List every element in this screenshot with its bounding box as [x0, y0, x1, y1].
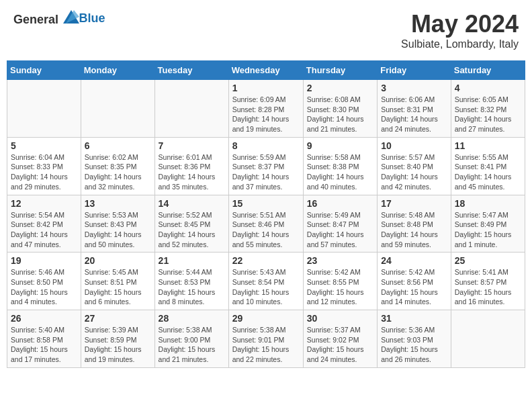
calendar-cell — [451, 310, 525, 368]
day-info: Sunrise: 6:01 AM Sunset: 8:36 PM Dayligh… — [159, 152, 225, 192]
calendar-cell: 26Sunrise: 5:40 AM Sunset: 8:58 PM Dayli… — [7, 310, 81, 368]
day-number: 18 — [455, 198, 521, 209]
day-number: 1 — [232, 83, 300, 93]
calendar-cell: 1Sunrise: 6:09 AM Sunset: 8:28 PM Daylig… — [228, 80, 303, 138]
calendar-cell: 5Sunrise: 6:04 AM Sunset: 8:33 PM Daylig… — [7, 137, 81, 195]
day-info: Sunrise: 6:08 AM Sunset: 8:30 PM Dayligh… — [307, 95, 373, 134]
day-info: Sunrise: 5:45 AM Sunset: 8:51 PM Dayligh… — [85, 267, 151, 307]
day-info: Sunrise: 5:38 AM Sunset: 9:01 PM Dayligh… — [232, 325, 300, 365]
calendar-cell — [154, 80, 228, 138]
day-number: 19 — [11, 255, 77, 266]
day-info: Sunrise: 5:52 AM Sunset: 8:45 PM Dayligh… — [159, 210, 225, 250]
day-number: 27 — [85, 313, 151, 324]
day-number: 4 — [455, 83, 521, 93]
day-number: 16 — [307, 198, 373, 209]
day-info: Sunrise: 5:51 AM Sunset: 8:46 PM Dayligh… — [232, 210, 300, 250]
calendar-cell: 3Sunrise: 6:06 AM Sunset: 8:31 PM Daylig… — [378, 80, 451, 138]
day-info: Sunrise: 5:57 AM Sunset: 8:40 PM Dayligh… — [381, 152, 447, 192]
calendar-cell — [7, 80, 81, 138]
calendar-cell: 18Sunrise: 5:47 AM Sunset: 8:49 PM Dayli… — [451, 195, 525, 253]
day-number: 21 — [159, 255, 225, 266]
day-info: Sunrise: 5:47 AM Sunset: 8:49 PM Dayligh… — [455, 210, 521, 250]
calendar-cell: 22Sunrise: 5:43 AM Sunset: 8:54 PM Dayli… — [228, 253, 303, 310]
day-info: Sunrise: 5:40 AM Sunset: 8:58 PM Dayligh… — [11, 325, 77, 365]
logo-general: General — [13, 13, 58, 26]
month-title: May 2024 — [401, 10, 519, 38]
calendar-cell: 9Sunrise: 5:58 AM Sunset: 8:38 PM Daylig… — [303, 137, 377, 195]
calendar-week-4: 19Sunrise: 5:46 AM Sunset: 8:50 PM Dayli… — [7, 253, 525, 310]
day-info: Sunrise: 5:42 AM Sunset: 8:55 PM Dayligh… — [307, 267, 373, 307]
calendar-week-1: 1Sunrise: 6:09 AM Sunset: 8:28 PM Daylig… — [7, 80, 525, 138]
day-info: Sunrise: 6:05 AM Sunset: 8:32 PM Dayligh… — [455, 95, 521, 134]
calendar-cell: 23Sunrise: 5:42 AM Sunset: 8:55 PM Dayli… — [303, 253, 377, 310]
calendar-cell: 8Sunrise: 5:59 AM Sunset: 8:37 PM Daylig… — [228, 137, 303, 195]
day-header-sunday: Sunday — [7, 61, 81, 80]
day-header-friday: Friday — [378, 61, 451, 80]
calendar-cell: 20Sunrise: 5:45 AM Sunset: 8:51 PM Dayli… — [81, 253, 154, 310]
day-number: 6 — [85, 140, 151, 151]
day-number: 12 — [11, 198, 77, 209]
day-number: 7 — [159, 140, 225, 151]
location: Sulbiate, Lombardy, Italy — [401, 38, 519, 50]
calendar-header-row: SundayMondayTuesdayWednesdayThursdayFrid… — [7, 61, 525, 80]
day-number: 28 — [159, 313, 225, 324]
calendar-cell: 4Sunrise: 6:05 AM Sunset: 8:32 PM Daylig… — [451, 80, 525, 138]
day-number: 20 — [85, 255, 151, 266]
day-info: Sunrise: 5:36 AM Sunset: 9:03 PM Dayligh… — [381, 325, 447, 365]
day-number: 15 — [232, 198, 300, 209]
day-header-monday: Monday — [81, 61, 154, 80]
day-info: Sunrise: 5:39 AM Sunset: 8:59 PM Dayligh… — [85, 325, 151, 365]
day-header-saturday: Saturday — [451, 61, 525, 80]
day-info: Sunrise: 5:42 AM Sunset: 8:56 PM Dayligh… — [381, 267, 447, 307]
calendar-cell: 25Sunrise: 5:41 AM Sunset: 8:57 PM Dayli… — [451, 253, 525, 310]
day-number: 23 — [307, 255, 373, 266]
day-info: Sunrise: 5:54 AM Sunset: 8:42 PM Dayligh… — [11, 210, 77, 250]
day-info: Sunrise: 5:37 AM Sunset: 9:02 PM Dayligh… — [307, 325, 373, 365]
calendar-cell: 28Sunrise: 5:38 AM Sunset: 9:00 PM Dayli… — [154, 310, 228, 368]
calendar-cell: 12Sunrise: 5:54 AM Sunset: 8:42 PM Dayli… — [7, 195, 81, 253]
calendar-cell: 15Sunrise: 5:51 AM Sunset: 8:46 PM Dayli… — [228, 195, 303, 253]
day-number: 13 — [85, 198, 151, 209]
day-number: 9 — [307, 140, 373, 151]
day-number: 3 — [381, 83, 447, 93]
calendar-cell: 21Sunrise: 5:44 AM Sunset: 8:53 PM Dayli… — [154, 253, 228, 310]
calendar-week-3: 12Sunrise: 5:54 AM Sunset: 8:42 PM Dayli… — [7, 195, 525, 253]
day-number: 30 — [307, 313, 373, 324]
day-info: Sunrise: 5:44 AM Sunset: 8:53 PM Dayligh… — [159, 267, 225, 307]
day-number: 2 — [307, 83, 373, 93]
day-info: Sunrise: 6:02 AM Sunset: 8:35 PM Dayligh… — [85, 152, 151, 192]
calendar-week-2: 5Sunrise: 6:04 AM Sunset: 8:33 PM Daylig… — [7, 137, 525, 195]
day-info: Sunrise: 5:49 AM Sunset: 8:47 PM Dayligh… — [307, 210, 373, 250]
calendar-cell: 7Sunrise: 6:01 AM Sunset: 8:36 PM Daylig… — [154, 137, 228, 195]
calendar-cell: 16Sunrise: 5:49 AM Sunset: 8:47 PM Dayli… — [303, 195, 377, 253]
day-info: Sunrise: 5:41 AM Sunset: 8:57 PM Dayligh… — [455, 267, 521, 307]
day-info: Sunrise: 5:55 AM Sunset: 8:41 PM Dayligh… — [455, 152, 521, 192]
day-info: Sunrise: 6:06 AM Sunset: 8:31 PM Dayligh… — [381, 95, 447, 134]
calendar-cell: 24Sunrise: 5:42 AM Sunset: 8:56 PM Dayli… — [378, 253, 451, 310]
calendar-week-5: 26Sunrise: 5:40 AM Sunset: 8:58 PM Dayli… — [7, 310, 525, 368]
day-number: 31 — [381, 313, 447, 324]
day-info: Sunrise: 5:46 AM Sunset: 8:50 PM Dayligh… — [11, 267, 77, 307]
day-header-thursday: Thursday — [303, 61, 377, 80]
day-info: Sunrise: 5:58 AM Sunset: 8:38 PM Dayligh… — [307, 152, 373, 192]
day-number: 25 — [455, 255, 521, 266]
day-number: 10 — [381, 140, 447, 151]
logo: General Blue — [13, 10, 105, 27]
calendar-cell: 14Sunrise: 5:52 AM Sunset: 8:45 PM Dayli… — [154, 195, 228, 253]
day-info: Sunrise: 6:04 AM Sunset: 8:33 PM Dayligh… — [11, 152, 77, 192]
logo-icon — [63, 10, 79, 24]
day-number: 14 — [159, 198, 225, 209]
day-info: Sunrise: 5:53 AM Sunset: 8:43 PM Dayligh… — [85, 210, 151, 250]
calendar-cell: 10Sunrise: 5:57 AM Sunset: 8:40 PM Dayli… — [378, 137, 451, 195]
calendar-cell: 6Sunrise: 6:02 AM Sunset: 8:35 PM Daylig… — [81, 137, 154, 195]
logo-blue: Blue — [79, 11, 105, 25]
day-number: 29 — [232, 313, 300, 324]
calendar-cell: 11Sunrise: 5:55 AM Sunset: 8:41 PM Dayli… — [451, 137, 525, 195]
day-info: Sunrise: 5:43 AM Sunset: 8:54 PM Dayligh… — [232, 267, 300, 307]
calendar-cell: 31Sunrise: 5:36 AM Sunset: 9:03 PM Dayli… — [378, 310, 451, 368]
day-header-tuesday: Tuesday — [154, 61, 228, 80]
day-number: 26 — [11, 313, 77, 324]
day-number: 8 — [232, 140, 300, 151]
calendar-cell — [81, 80, 154, 138]
day-info: Sunrise: 5:48 AM Sunset: 8:48 PM Dayligh… — [381, 210, 447, 250]
